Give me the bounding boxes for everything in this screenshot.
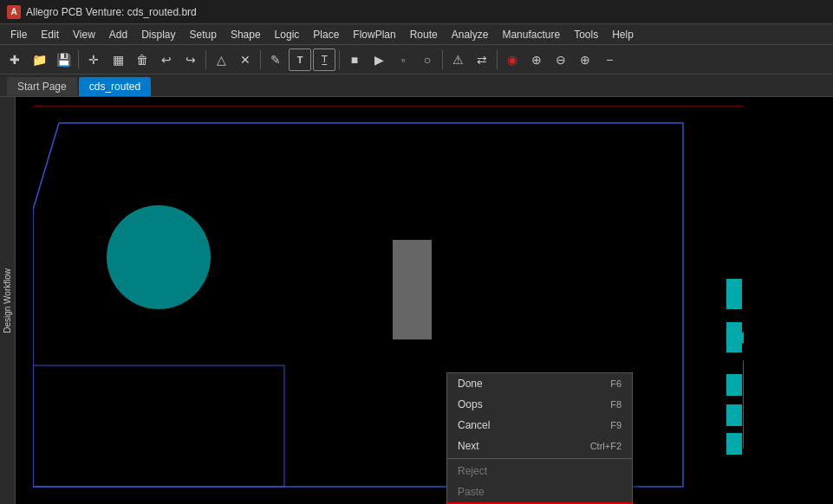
toolbar-sep-4	[339, 50, 340, 69]
svg-rect-3	[726, 279, 742, 309]
toolbar: ✚ 📁 💾 ✛ ▦ 🗑 ↩ ↪ △ ✕ ✎ T T̲ ■ ▶ ◦ ○ ⚠ ⇄ ◉…	[0, 45, 833, 74]
toolbar-cross[interactable]: ✕	[234, 48, 257, 71]
toolbar-drc[interactable]: ⚠	[446, 48, 469, 71]
menu-view[interactable]: View	[66, 24, 102, 44]
toolbar-sep-1	[78, 50, 79, 69]
pcb-canvas[interactable]: CLIENT RESET CLEAR Done F6 Oops F8 Cance…	[16, 97, 833, 504]
tabs-bar: Start Page cds_routed	[0, 74, 833, 97]
ctx-sep-1	[447, 458, 632, 459]
toolbar-move[interactable]: ✛	[82, 48, 105, 71]
ctx-cancel[interactable]: Cancel F9	[447, 415, 632, 436]
menu-flowplan[interactable]: FlowPlan	[346, 24, 402, 44]
ctx-done[interactable]: Done F6	[447, 373, 632, 394]
svg-point-1	[107, 205, 211, 309]
app-icon: A	[7, 5, 21, 19]
design-workflow-sidebar: Design Workflow	[0, 97, 16, 504]
ctx-paste: Paste	[447, 481, 632, 502]
toolbar-zoom-out[interactable]: ⊖	[550, 48, 572, 71]
svg-rect-2	[393, 240, 432, 339]
pcb-outline-svg: CLIENT RESET CLEAR	[33, 106, 744, 495]
toolbar-zoom-minus[interactable]: −	[598, 48, 621, 71]
ctx-cancel-shortcut: F9	[610, 420, 621, 430]
toolbar-text2[interactable]: T̲	[313, 48, 335, 71]
toolbar-sep-3	[260, 50, 261, 69]
ctx-reject: Reject	[447, 461, 632, 481]
toolbar-delete[interactable]: 🗑	[131, 48, 153, 71]
menu-setup[interactable]: Setup	[183, 24, 224, 44]
toolbar-redo[interactable]: ↪	[179, 48, 202, 71]
ctx-next-label: Next	[458, 440, 573, 452]
toolbar-copy[interactable]: ▦	[107, 48, 129, 71]
svg-rect-4	[726, 322, 742, 352]
toolbar-sep-5	[442, 50, 443, 69]
toolbar-circle-red[interactable]: ◉	[501, 48, 524, 71]
menu-file[interactable]: File	[3, 24, 34, 44]
toolbar-route[interactable]: ◦	[392, 48, 414, 71]
menu-edit[interactable]: Edit	[34, 24, 66, 44]
main-area: Design Workflow	[0, 97, 833, 504]
tab-cds-routed[interactable]: cds_routed	[79, 77, 151, 96]
toolbar-sep-6	[497, 50, 498, 69]
toolbar-mirror[interactable]: ⇄	[471, 48, 493, 71]
ctx-oops-shortcut: F8	[610, 399, 621, 410]
toolbar-cursor[interactable]: ▶	[368, 48, 390, 71]
menu-help[interactable]: Help	[605, 24, 641, 44]
tab-start-page[interactable]: Start Page	[7, 77, 77, 96]
ctx-next[interactable]: Next Ctrl+F2	[447, 436, 632, 456]
menu-bar: File Edit View Add Display Setup Shape L…	[0, 24, 833, 45]
toolbar-text[interactable]: T	[289, 48, 311, 71]
toolbar-new[interactable]: ✚	[3, 48, 26, 71]
toolbar-undo[interactable]: ↩	[155, 48, 178, 71]
svg-rect-0	[33, 365, 284, 487]
menu-display[interactable]: Display	[134, 24, 182, 44]
svg-rect-5	[726, 374, 742, 396]
ctx-done-shortcut: F6	[610, 378, 621, 389]
ctx-done-label: Done	[458, 378, 593, 390]
menu-logic[interactable]: Logic	[268, 24, 307, 44]
toolbar-pick[interactable]: △	[210, 48, 232, 71]
toolbar-sep-2	[205, 50, 206, 69]
ctx-oops-label: Oops	[458, 398, 593, 410]
toolbar-chip[interactable]: ■	[343, 48, 366, 71]
ctx-cancel-label: Cancel	[458, 419, 593, 431]
ctx-oops[interactable]: Oops F8	[447, 394, 632, 415]
menu-manufacture[interactable]: Manufacture	[495, 24, 567, 44]
menu-route[interactable]: Route	[403, 24, 445, 44]
toolbar-open[interactable]: 📁	[28, 48, 50, 71]
menu-place[interactable]: Place	[306, 24, 346, 44]
toolbar-zoom-in[interactable]: ⊕	[574, 48, 596, 71]
ctx-next-shortcut: Ctrl+F2	[590, 441, 621, 451]
svg-rect-6	[726, 404, 742, 426]
menu-add[interactable]: Add	[102, 24, 134, 44]
window-title: Allegro PCB Venture: cds_routed.brd	[26, 6, 197, 18]
menu-analyze[interactable]: Analyze	[445, 24, 496, 44]
title-bar: A Allegro PCB Venture: cds_routed.brd	[0, 0, 833, 24]
context-menu: Done F6 Oops F8 Cancel F9 Next Ctrl+F2 R…	[446, 372, 633, 504]
pcb-border-area: CLIENT RESET CLEAR	[33, 106, 744, 487]
toolbar-save[interactable]: 💾	[52, 48, 75, 71]
toolbar-via[interactable]: ○	[416, 48, 439, 71]
design-workflow-label-text: Design Workflow	[3, 268, 12, 333]
svg-rect-7	[726, 433, 742, 455]
toolbar-pencil[interactable]: ✎	[264, 48, 287, 71]
ctx-reject-label: Reject	[458, 465, 621, 477]
menu-tools[interactable]: Tools	[567, 24, 605, 44]
ctx-paste-label: Paste	[458, 486, 621, 498]
menu-shape[interactable]: Shape	[224, 24, 268, 44]
toolbar-zoom-fit[interactable]: ⊕	[525, 48, 548, 71]
